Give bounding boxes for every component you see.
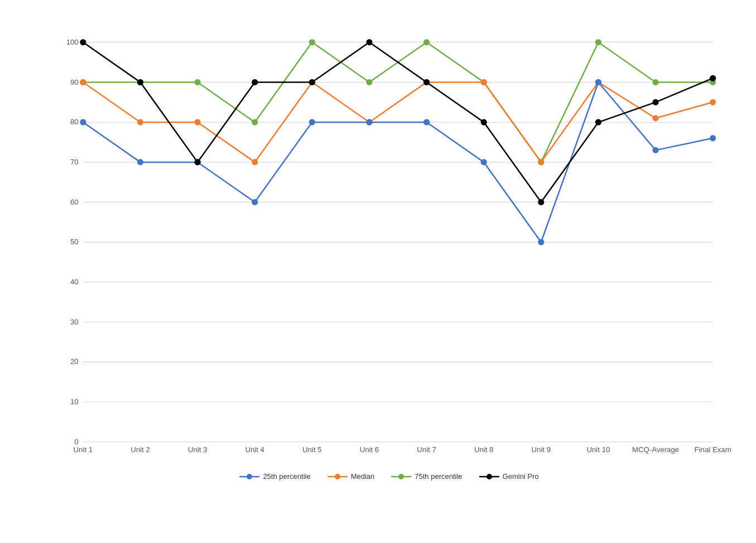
- svg-text:Unit 3: Unit 3: [187, 445, 207, 454]
- svg-text:Unit 6: Unit 6: [359, 445, 379, 454]
- svg-point-56: [652, 115, 658, 121]
- legend-line-icon-gemini: [479, 473, 499, 481]
- svg-text:Unit 4: Unit 4: [245, 445, 264, 454]
- svg-point-57: [710, 99, 715, 105]
- legend-label-gemini: Gemini Pro: [503, 472, 539, 481]
- chart-legend: 25th percentile Median 75th percentile G…: [55, 472, 724, 481]
- svg-point-61: [252, 200, 257, 205]
- svg-text:Unit 1: Unit 1: [73, 445, 93, 454]
- legend-item-p25: 25th percentile: [239, 472, 310, 481]
- svg-point-69: [710, 135, 715, 141]
- chart-area: 0102030405060708090100Unit 1Unit 2Unit 3…: [55, 32, 724, 467]
- svg-point-70: [80, 40, 85, 45]
- svg-point-44: [652, 79, 658, 85]
- svg-point-63: [366, 119, 372, 125]
- svg-point-68: [652, 147, 658, 153]
- svg-text:100: 100: [66, 38, 78, 46]
- svg-point-66: [538, 239, 543, 245]
- svg-text:Unit 2: Unit 2: [131, 445, 150, 454]
- svg-point-43: [595, 40, 601, 45]
- svg-point-78: [538, 200, 543, 205]
- svg-point-79: [595, 119, 601, 125]
- chart-container: 0102030405060708090100Unit 1Unit 2Unit 3…: [21, 21, 735, 522]
- svg-text:70: 70: [70, 158, 78, 166]
- svg-text:Unit 5: Unit 5: [302, 445, 322, 454]
- legend-line-icon-p25: [239, 473, 259, 481]
- svg-point-53: [481, 79, 487, 85]
- svg-point-75: [366, 40, 372, 45]
- svg-text:Unit 7: Unit 7: [417, 445, 436, 454]
- svg-text:90: 90: [70, 78, 78, 86]
- svg-text:60: 60: [70, 198, 78, 206]
- svg-text:20: 20: [70, 357, 78, 366]
- svg-point-49: [252, 159, 257, 165]
- svg-point-72: [195, 159, 200, 165]
- legend-line-icon-median: [328, 473, 348, 481]
- svg-point-67: [595, 79, 601, 85]
- legend-item-median: Median: [328, 472, 375, 481]
- svg-point-65: [481, 159, 487, 165]
- svg-text:Unit 9: Unit 9: [531, 445, 551, 454]
- svg-point-54: [538, 159, 543, 165]
- svg-text:Final Exam: Final Exam: [694, 445, 731, 454]
- svg-point-71: [137, 79, 143, 85]
- legend-label-p25: 25th percentile: [263, 472, 310, 481]
- svg-point-40: [423, 40, 429, 45]
- svg-point-83: [247, 474, 252, 479]
- legend-line-icon-p75: [391, 473, 411, 481]
- svg-point-74: [309, 79, 315, 85]
- svg-point-37: [252, 119, 257, 125]
- svg-text:80: 80: [70, 118, 78, 126]
- svg-text:0: 0: [74, 438, 78, 446]
- svg-text:10: 10: [70, 397, 78, 406]
- svg-text:50: 50: [70, 237, 78, 246]
- svg-point-77: [481, 119, 487, 125]
- svg-point-59: [137, 159, 143, 165]
- legend-label-p75: 75th percentile: [415, 472, 462, 481]
- svg-text:MCQ-Average: MCQ-Average: [632, 445, 678, 454]
- svg-point-80: [652, 99, 658, 105]
- svg-text:Unit 8: Unit 8: [474, 445, 493, 454]
- svg-point-47: [137, 119, 143, 125]
- svg-point-89: [487, 474, 492, 479]
- svg-text:Unit 10: Unit 10: [586, 445, 610, 454]
- svg-point-76: [423, 79, 429, 85]
- svg-point-64: [423, 119, 429, 125]
- svg-point-36: [195, 79, 200, 85]
- svg-point-81: [710, 75, 715, 81]
- legend-item-p75: 75th percentile: [391, 472, 462, 481]
- chart-svg: 0102030405060708090100Unit 1Unit 2Unit 3…: [55, 32, 724, 467]
- svg-point-87: [398, 474, 404, 479]
- svg-point-85: [335, 474, 340, 479]
- svg-point-62: [309, 119, 315, 125]
- svg-point-73: [252, 79, 257, 85]
- svg-text:30: 30: [70, 318, 78, 326]
- svg-point-48: [195, 119, 200, 125]
- svg-point-38: [309, 40, 315, 45]
- svg-point-58: [80, 119, 85, 125]
- svg-point-39: [366, 79, 372, 85]
- svg-point-46: [80, 79, 85, 85]
- legend-item-gemini: Gemini Pro: [479, 472, 539, 481]
- legend-label-median: Median: [351, 472, 375, 481]
- svg-text:40: 40: [70, 278, 78, 286]
